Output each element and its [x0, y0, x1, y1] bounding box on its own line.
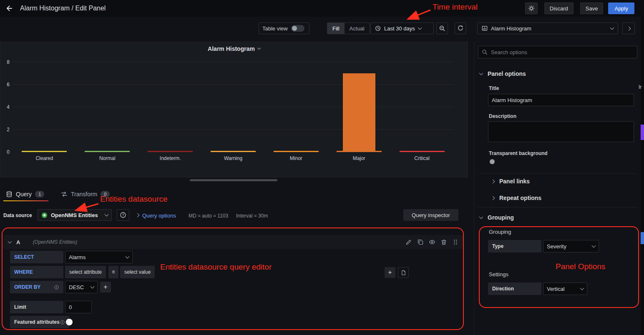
query-count-badge: 1 [35, 191, 44, 198]
where-template-button[interactable] [398, 267, 409, 278]
edge-fragment-blue [641, 232, 644, 244]
arrow-left-icon [5, 5, 13, 12]
chart-columns [13, 62, 453, 152]
chart-column-warning [202, 62, 265, 152]
back-button[interactable] [0, 0, 18, 17]
bottom-scrollbar-thumb[interactable] [190, 179, 277, 181]
select-entity-dropdown[interactable]: Alarms [65, 251, 133, 263]
zoom-out-button[interactable] [436, 22, 448, 34]
settings-label: Settings [489, 271, 508, 278]
delete-query-trash-icon[interactable] [440, 239, 447, 245]
x-tick-label: Normal [76, 155, 139, 161]
y-tick-label: 0 [7, 149, 10, 155]
duplicate-icon[interactable] [417, 239, 424, 245]
chart-panel-header[interactable]: Alarm Histogram [0, 42, 468, 55]
datasource-picker[interactable]: OpenNMS Entities [38, 209, 112, 221]
severity-baseline [148, 151, 193, 152]
refresh-button[interactable] [455, 22, 466, 34]
chevron-right-icon [491, 196, 495, 200]
bar-major[interactable] [343, 73, 375, 152]
query-datasource-hint: (OpenNMS Entities) [33, 239, 77, 245]
panel-options-section-header[interactable]: Panel options [480, 69, 526, 79]
chart-column-major [327, 62, 390, 152]
query-options-link[interactable]: Query options [142, 212, 176, 219]
limit-input-field[interactable] [69, 304, 88, 310]
save-button[interactable]: Save [580, 2, 604, 14]
grouping-type-dropdown[interactable]: Severity [543, 240, 599, 252]
options-search[interactable] [478, 46, 637, 58]
sidebar-section-divider [478, 207, 637, 208]
database-icon [6, 191, 13, 198]
actual-option[interactable]: Actual [345, 23, 370, 34]
add-order-by-button[interactable]: + [100, 282, 111, 292]
query-options-chevron[interactable] [136, 213, 140, 218]
table-view-toggle[interactable] [291, 25, 304, 32]
table-view-group: Table view [259, 22, 309, 34]
fill-option[interactable]: Fill [327, 23, 345, 34]
panel-selector-dropdown[interactable]: Alarm Histogram [477, 22, 618, 34]
hide-query-eye-icon[interactable] [429, 239, 435, 245]
sidebar-divider [474, 42, 474, 335]
grouping-section-header[interactable]: Grouping [480, 212, 514, 222]
panel-description-textarea[interactable] [488, 121, 634, 142]
where-value-picker[interactable]: select value [120, 266, 155, 278]
limit-label: Limit [10, 301, 63, 313]
where-attribute-picker[interactable]: select attribute [65, 266, 106, 278]
chart-panel-title: Alarm Histogram [208, 45, 255, 52]
right-edge-strip [641, 0, 644, 335]
severity-baseline [85, 151, 130, 152]
time-range-picker[interactable]: Last 30 days [370, 22, 434, 34]
apply-button[interactable]: Apply [608, 2, 634, 14]
add-where-clause-button[interactable]: + [385, 267, 395, 278]
x-tick-label: Warning [202, 155, 265, 161]
query-inspector-button[interactable]: Query inspector [403, 209, 458, 221]
panel-title-input-field[interactable] [492, 97, 630, 103]
drag-handle-icon[interactable] [452, 239, 459, 245]
chevron-down-icon [479, 215, 483, 219]
fill-actual-segment: Fill Actual [327, 22, 370, 34]
clock-icon [375, 25, 381, 31]
edit-icon[interactable] [405, 239, 412, 245]
featured-attributes-label-text: Featured attributes [14, 319, 60, 325]
panel-title-input[interactable] [488, 94, 634, 106]
panel-settings-button[interactable] [525, 2, 538, 14]
annotation-panel-options: Panel Options [556, 262, 605, 271]
info-circle-icon: i [60, 320, 65, 325]
limit-input[interactable] [65, 301, 92, 313]
x-tick-label: Major [327, 155, 390, 161]
repeat-options-section-header[interactable]: Repeat options [491, 193, 541, 203]
datasource-label: Data source [3, 212, 32, 218]
direction-value: Vertical [547, 286, 565, 292]
panel-description-field[interactable] [492, 124, 630, 140]
help-circle-icon: ? [120, 212, 126, 218]
options-search-input[interactable] [491, 49, 634, 55]
active-tab-underline [3, 200, 48, 201]
tab-transform-label: Transform [71, 191, 97, 198]
where-operator[interactable]: = [108, 266, 118, 278]
tab-query[interactable]: Query 1 [3, 188, 47, 201]
info-circle-icon: i [54, 285, 59, 290]
panel-links-section-header[interactable]: Panel links [491, 176, 530, 186]
x-tick-label: Minor [264, 155, 327, 161]
chevron-right-icon [491, 179, 495, 183]
chart-column-cleared [13, 62, 76, 152]
description-field-label: Description [489, 113, 516, 119]
direction-dropdown[interactable]: Vertical [543, 282, 587, 295]
title-field-label: Title [489, 85, 499, 91]
panel-links-title: Panel links [499, 178, 530, 185]
order-by-direction-dropdown[interactable]: DESC [65, 281, 98, 293]
time-range-label: Last 30 days [384, 25, 415, 32]
direction-label: Direction [488, 282, 541, 295]
discard-button[interactable]: Discard [544, 2, 574, 14]
collapse-options-button[interactable] [622, 22, 635, 34]
interval-info: Interval = 30m [236, 213, 268, 219]
query-ref-id: A [16, 239, 20, 245]
datasource-help-button[interactable]: ? [117, 209, 129, 221]
y-axis: 02468 [2, 62, 10, 152]
x-axis-labels: ClearedNormalIndeterm.WarningMinorMajorC… [13, 155, 453, 161]
chevron-down-icon [126, 254, 130, 258]
query-row-header[interactable]: A (OpenNMS Entities) [3, 235, 464, 249]
collapse-query-chevron[interactable] [8, 239, 12, 243]
y-tick-label: 2 [7, 127, 10, 132]
panel-options-section-title: Panel options [488, 70, 526, 77]
